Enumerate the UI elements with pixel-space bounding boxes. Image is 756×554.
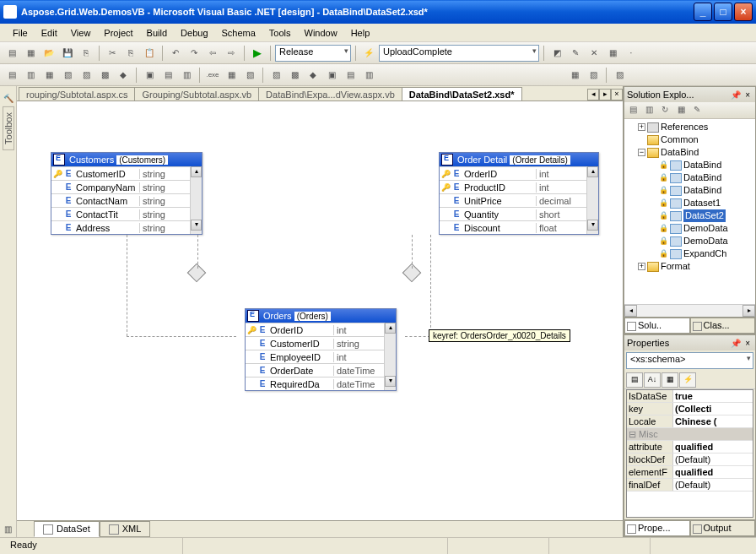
add-item-icon[interactable]: ▦ (22, 45, 39, 62)
alpha-icon[interactable]: A↓ (644, 372, 661, 388)
tree-node[interactable]: 🔒DataBind (626, 159, 753, 171)
hammer-icon[interactable]: 🔨 (0, 90, 17, 106)
tree-node[interactable]: 🔒DemoData (626, 222, 753, 235)
events-icon[interactable]: ⚡ (679, 372, 696, 388)
sch-4-icon[interactable]: ▧ (59, 67, 76, 84)
menu-tools[interactable]: Tools (263, 26, 297, 40)
sol-tb-5-icon[interactable]: ✎ (689, 103, 705, 117)
relation-diamond[interactable] (187, 263, 207, 283)
saveall-icon[interactable]: ⎘ (78, 45, 94, 62)
prop-category[interactable]: ⊟ Misc (627, 428, 753, 440)
sch-9-icon[interactable]: ▤ (159, 67, 176, 84)
sch-12-icon[interactable]: ▧ (241, 67, 258, 84)
maximize-button[interactable]: □ (714, 3, 732, 21)
sch-13-icon[interactable]: ▨ (267, 67, 284, 84)
nav-fwd-icon[interactable]: ⇨ (223, 45, 240, 62)
menu-build[interactable]: Build (141, 26, 173, 40)
menu-window[interactable]: Window (299, 26, 343, 40)
sol-tb-4-icon[interactable]: ▦ (673, 103, 688, 117)
property-row[interactable]: blockDef(Default) (627, 454, 753, 466)
tree-node[interactable]: Format (661, 260, 690, 273)
event-dropdown[interactable]: UploadComplete (379, 45, 539, 62)
event-icon[interactable]: ⚡ (360, 45, 377, 62)
menu-file[interactable]: File (7, 26, 34, 40)
redo-icon[interactable]: ↷ (186, 45, 202, 62)
entity-customers[interactable]: Customers (Customers) 🔑ECustomerIDstring… (51, 152, 202, 235)
tree-node[interactable]: 🔒DataSet2 (626, 209, 753, 222)
panel-close-icon[interactable]: × (742, 90, 753, 100)
property-row[interactable]: key(Collecti (627, 403, 753, 416)
sol-tb-3-icon[interactable]: ↻ (657, 103, 672, 117)
entity-field-row[interactable]: ECustomerIDstring (246, 336, 384, 350)
entity-field-row[interactable]: 🔑EOrderIDint (440, 166, 586, 180)
sch-14-icon[interactable]: ▩ (286, 67, 303, 84)
minimize-button[interactable]: _ (694, 3, 712, 21)
sch-2-icon[interactable]: ▥ (22, 67, 39, 84)
tab-left-icon[interactable]: ◂ (587, 89, 599, 100)
exe-icon[interactable]: .exe (204, 67, 221, 84)
tab-right-icon[interactable]: ▸ (599, 89, 611, 100)
menu-project[interactable]: Project (98, 26, 138, 40)
entity-field-row[interactable]: EContactTitstring (51, 207, 190, 220)
tree-node[interactable]: 🔒ExpandCh (626, 247, 753, 260)
property-row[interactable]: IsDataSetrue (627, 390, 753, 403)
tab-classview[interactable]: Clas... (690, 318, 756, 334)
entity-scrollbar[interactable]: ▴▾ (586, 166, 598, 234)
sch-16-icon[interactable]: ▣ (323, 67, 340, 84)
menu-view[interactable]: View (65, 26, 97, 40)
tab-xml[interactable]: XML (100, 521, 151, 537)
sch-3-icon[interactable]: ▦ (40, 67, 57, 84)
entity-field-row[interactable]: EOrderDatedateTime (246, 363, 384, 377)
sch-17-icon[interactable]: ▤ (342, 67, 359, 84)
entity-field-row[interactable]: 🔑EProductIDint (440, 180, 586, 193)
copy-icon[interactable]: ⎘ (122, 45, 139, 62)
property-row[interactable]: finalDef(Default) (627, 479, 753, 492)
sch-19-icon[interactable]: ▦ (566, 67, 583, 84)
open-icon[interactable]: 📂 (40, 45, 57, 62)
property-row[interactable]: attributequalified (627, 441, 753, 454)
tree-node[interactable]: Common (661, 133, 699, 146)
start-debug-icon[interactable]: ▶ (249, 45, 266, 62)
toolbox-sidebar[interactable]: 🔨 Toolbox ▥ (0, 86, 17, 537)
tree-node[interactable]: 🔒DemoData (626, 235, 753, 247)
entity-field-row[interactable]: 🔑ECustomerIDstring (51, 166, 190, 180)
doc-tab-2[interactable]: DataBind\Expa...dView.aspx.vb (258, 87, 402, 100)
doc-tab-1[interactable]: Grouping/Subtotal.aspx.vb (134, 87, 259, 100)
undo-icon[interactable]: ↶ (167, 45, 184, 62)
prop-value[interactable]: (Default) (673, 454, 753, 465)
menu-edit[interactable]: Edit (35, 26, 63, 40)
tab-properties[interactable]: Prope... (624, 520, 690, 536)
tree-hscrollbar[interactable]: ◂▸ (624, 304, 755, 317)
sch-18-icon[interactable]: ▥ (360, 67, 377, 84)
tool-d-icon[interactable]: ▦ (604, 45, 621, 62)
tree-node[interactable]: 🔒Dataset1 (626, 197, 753, 209)
sch-21-icon[interactable]: ▨ (611, 67, 628, 84)
tab-solution[interactable]: Solu.. (624, 318, 690, 334)
entity-orderdetails[interactable]: Order Detail (Order Details) 🔑EOrderIDin… (439, 152, 599, 235)
tree-node[interactable]: 🔒DataBind (626, 184, 753, 197)
schema-canvas[interactable]: Customers (Customers) 🔑ECustomerIDstring… (17, 101, 623, 520)
entity-field-row[interactable]: EDiscountfloat (440, 220, 586, 234)
sch-5-icon[interactable]: ▨ (78, 67, 94, 84)
prop-value[interactable]: Chinese ( (673, 416, 753, 427)
collapse-icon[interactable]: − (638, 149, 645, 156)
entity-scrollbar[interactable]: ▴▾ (190, 166, 202, 234)
expand-icon[interactable]: + (638, 123, 645, 131)
pin-icon[interactable]: 📌 (729, 90, 742, 100)
entity-field-row[interactable]: EUnitPricedecimal (440, 193, 586, 207)
props-icon[interactable]: ▦ (662, 372, 678, 388)
menu-debug[interactable]: Debug (175, 26, 213, 40)
prop-value[interactable]: (Collecti (673, 403, 753, 415)
sch-15-icon[interactable]: ◆ (305, 67, 321, 84)
prop-value[interactable]: true (673, 390, 753, 402)
tool-b-icon[interactable]: ✎ (567, 45, 584, 62)
tree-node[interactable]: DataBind (661, 146, 699, 159)
tool-e-icon[interactable]: · (623, 45, 640, 62)
sol-tb-1-icon[interactable]: ▤ (625, 103, 640, 117)
sch-11-icon[interactable]: ▦ (223, 67, 240, 84)
sch-7-icon[interactable]: ◆ (115, 67, 132, 84)
nav-back-icon[interactable]: ⇦ (204, 45, 221, 62)
tab-output[interactable]: Output (690, 520, 756, 536)
property-object-dropdown[interactable]: <xs:schema> (626, 352, 753, 369)
prop-value[interactable]: qualified (673, 466, 753, 478)
